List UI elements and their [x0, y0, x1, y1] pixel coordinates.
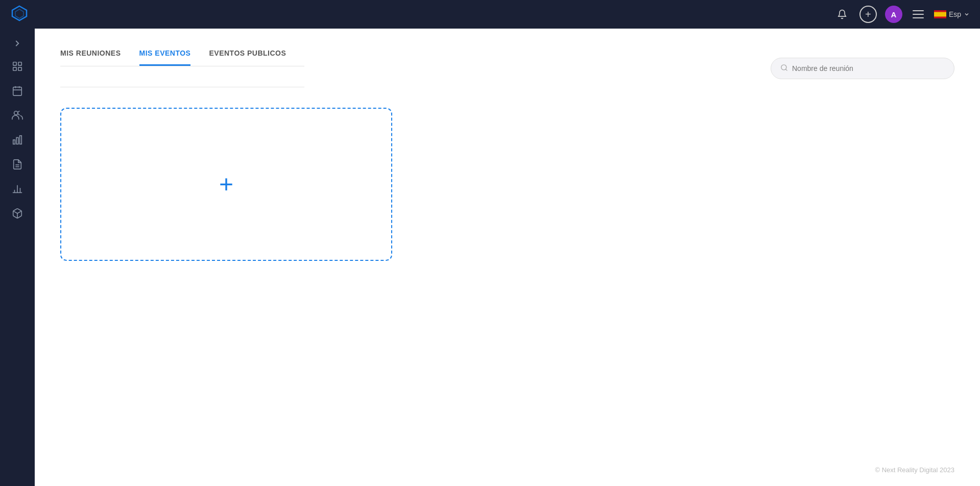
- sidebar-item-users[interactable]: [6, 104, 29, 127]
- calendar-icon: [12, 85, 23, 96]
- svg-rect-3: [934, 12, 946, 17]
- add-event-plus-icon: +: [219, 172, 233, 197]
- tab-eventos-publicos[interactable]: EVENTOS PUBLICOS: [209, 49, 286, 66]
- add-event-card[interactable]: +: [60, 108, 392, 261]
- sidebar-item-docs[interactable]: [6, 153, 29, 176]
- svg-rect-13: [13, 140, 15, 144]
- svg-marker-1: [15, 9, 23, 18]
- main-layout: MIS REUNIONES MIS EVENTOS EVENTOS PUBLIC…: [0, 29, 980, 486]
- add-icon: +: [865, 9, 871, 19]
- add-button[interactable]: +: [859, 6, 877, 23]
- notification-button[interactable]: [833, 5, 851, 23]
- sidebar-item-dashboard[interactable]: [6, 55, 29, 78]
- language-label: Esp: [949, 10, 961, 18]
- svg-rect-14: [16, 137, 18, 144]
- svg-rect-6: [13, 67, 16, 70]
- sidebar-item-calendar[interactable]: [6, 80, 29, 102]
- search-input-wrap: [771, 58, 954, 79]
- header-row: MIS REUNIONES MIS EVENTOS EVENTOS PUBLIC…: [60, 49, 954, 87]
- svg-rect-8: [13, 87, 22, 96]
- users-icon: [12, 110, 23, 121]
- tabs-wrapper: MIS REUNIONES MIS EVENTOS EVENTOS PUBLIC…: [60, 49, 304, 87]
- navbar-left: [10, 4, 29, 25]
- analytics-icon: [12, 183, 23, 195]
- search-icon: [780, 64, 788, 73]
- box-icon: [12, 208, 23, 219]
- svg-rect-5: [18, 62, 21, 65]
- hamburger-line: [913, 17, 924, 18]
- hamburger-line: [913, 14, 924, 15]
- sidebar-item-analytics[interactable]: [6, 178, 29, 200]
- search-input[interactable]: [792, 64, 945, 72]
- footer-copyright: © Next Reality Digital 2023: [875, 466, 954, 474]
- svg-rect-7: [18, 67, 21, 70]
- user-avatar[interactable]: A: [885, 6, 902, 23]
- hamburger-line: [913, 10, 924, 11]
- svg-line-24: [785, 69, 787, 70]
- sidebar-item-chart[interactable]: [6, 129, 29, 151]
- svg-rect-15: [20, 136, 22, 144]
- spain-flag-icon: [934, 10, 946, 18]
- sidebar: [0, 29, 35, 486]
- chart-bar-icon: [12, 134, 23, 145]
- hamburger-menu-button[interactable]: [911, 8, 926, 20]
- svg-rect-4: [13, 62, 16, 65]
- tabs-nav: MIS REUNIONES MIS EVENTOS EVENTOS PUBLIC…: [60, 49, 304, 66]
- bell-icon: [837, 9, 847, 19]
- document-icon: [12, 159, 23, 170]
- svg-point-12: [14, 111, 18, 115]
- tab-mis-reuniones[interactable]: MIS REUNIONES: [60, 49, 121, 66]
- sidebar-toggle[interactable]: [0, 34, 35, 55]
- app-logo[interactable]: [10, 4, 29, 25]
- content-area: MIS REUNIONES MIS EVENTOS EVENTOS PUBLIC…: [35, 29, 980, 486]
- chevron-right-icon: [13, 39, 22, 48]
- grid-icon: [12, 61, 23, 72]
- tab-mis-eventos[interactable]: MIS EVENTOS: [139, 49, 191, 66]
- navbar: + A Esp: [0, 0, 980, 29]
- sidebar-item-packages[interactable]: [6, 202, 29, 225]
- search-container: [771, 58, 954, 79]
- navbar-right: + A Esp: [833, 5, 970, 23]
- language-selector[interactable]: Esp: [934, 10, 970, 18]
- chevron-down-icon: [964, 11, 970, 17]
